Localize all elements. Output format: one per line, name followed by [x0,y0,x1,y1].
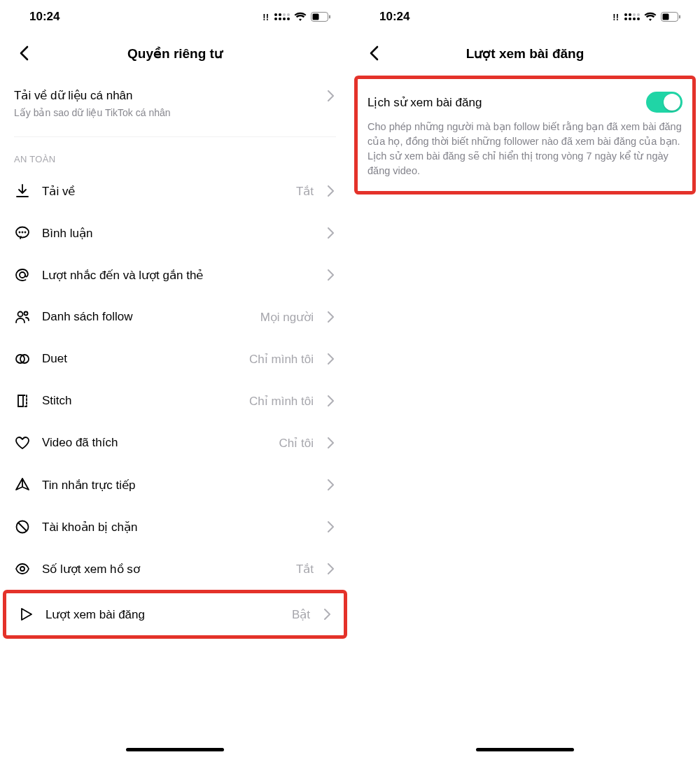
status-time: 10:24 [29,10,59,24]
heart-icon [14,434,31,451]
list-item-profile-views[interactable]: Số lượt xem hồ sơ Tắt [0,548,350,590]
list-item-post-views[interactable]: Lượt xem bài đăng Bật [6,593,344,635]
chevron-right-icon [321,609,332,620]
list-item-value: Chỉ mình tôi [249,394,314,409]
status-bar: 10:24 !! [0,0,350,34]
play-icon [18,606,34,623]
status-time: 10:24 [379,10,410,24]
list-item-label: Tải về [42,184,285,199]
list-item-label: Lượt xem bài đăng [46,607,281,622]
chevron-right-icon [325,437,336,448]
home-indicator [126,748,224,751]
list-item-label: Lượt nhắc đến và lượt gắn thẻ [42,268,302,283]
personal-data-title: Tải về dữ liệu cá nhân [14,88,133,103]
download-icon [14,183,31,199]
cellular-icon [274,13,290,20]
svg-point-5 [22,232,23,233]
list-item-value: Tắt [296,184,314,199]
list-item-label: Tài khoản bị chặn [42,520,302,535]
toggle-label: Lịch sử xem bài đăng [368,95,482,110]
block-icon [14,518,31,535]
chevron-right-icon [325,353,336,365]
list-item-label: Danh sách follow [42,310,249,324]
back-button[interactable] [13,42,35,64]
list-item-label: Số lượt xem hồ sơ [42,562,285,576]
wifi-icon [294,12,307,22]
stitch-icon [14,392,31,409]
list-item-follow-list[interactable]: Danh sách follow Mọi người [0,296,350,338]
list-item-label: Bình luận [42,226,302,241]
back-button[interactable] [363,42,385,64]
highlight-toggle-section: Lịch sử xem bài đăng Cho phép những ngườ… [354,76,696,194]
personal-data-subtitle: Lấy bản sao dữ liệu TikTok cá nhân [14,107,336,118]
status-icons: !! [262,12,330,22]
chevron-right-icon [325,563,336,574]
chevron-right-icon [325,227,336,239]
list-item-download[interactable]: Tải về Tắt [0,170,350,212]
list-item-value: Chỉ mình tôi [249,352,314,367]
section-label-safety: AN TOÀN [0,137,350,170]
page-title: Lượt xem bài đăng [350,45,700,62]
list-item-duet[interactable]: Duet Chỉ mình tôi [0,338,350,380]
follow-icon [14,309,31,325]
list-item-value: Mọi người [260,310,314,325]
list-item-value: Chỉ tôi [279,436,314,451]
eye-icon [14,560,31,577]
list-item-label: Tin nhắn trực tiếp [42,478,302,493]
svg-point-9 [24,312,28,316]
list-item-label: Stitch [42,394,238,408]
svg-point-7 [20,272,25,278]
comment-icon [14,225,31,241]
chevron-right-icon [325,395,336,406]
list-item-value: Tắt [296,562,314,576]
battery-icon [311,12,330,22]
page-title: Quyền riêng tư [0,45,350,62]
signal-alert-icon: !! [262,12,269,22]
status-bar: 10:24 !! [350,0,700,34]
chevron-right-icon [325,521,336,532]
list-item-blocked-accounts[interactable]: Tài khoản bị chặn [0,506,350,548]
chevron-right-icon [325,311,336,323]
list-item-value: Bật [292,607,310,622]
nav-header: Lượt xem bài đăng [350,34,700,73]
phone-right: 10:24 !! Lượt xem bài đăng Lịch sử xem b… [350,0,700,757]
battery-icon [661,12,680,22]
home-indicator [476,748,574,751]
chevron-right-icon [325,90,336,101]
wifi-icon [644,12,657,22]
post-view-history-toggle[interactable] [646,92,682,113]
mention-icon [14,267,31,283]
svg-point-8 [18,312,23,317]
svg-rect-16 [679,15,680,19]
svg-rect-2 [329,15,330,19]
status-icons: !! [612,12,680,22]
list-item-comments[interactable]: Bình luận [0,212,350,254]
personal-data-row[interactable]: Tải về dữ liệu cá nhân Lấy bản sao dữ li… [0,73,350,137]
phone-left: 10:24 !! Quyền riêng tư Tải về dữ liệu c… [0,0,350,757]
list-item-liked-videos[interactable]: Video đã thích Chỉ tôi [0,422,350,464]
list-item-direct-messages[interactable]: Tin nhắn trực tiếp [0,464,350,506]
svg-point-13 [20,567,24,571]
cellular-icon [624,13,640,20]
svg-rect-15 [663,14,669,20]
chevron-right-icon [325,185,336,197]
toggle-knob [664,94,680,111]
list-item-stitch[interactable]: Stitch Chỉ mình tôi [0,380,350,422]
list-item-mentions[interactable]: Lượt nhắc đến và lượt gắn thẻ [0,254,350,296]
svg-rect-1 [313,14,319,20]
chevron-right-icon [325,479,336,490]
svg-point-4 [20,232,20,233]
highlight-post-views: Lượt xem bài đăng Bật [3,590,347,639]
duet-icon [14,351,31,367]
chevron-right-icon [325,269,336,281]
svg-point-6 [25,232,26,233]
nav-header: Quyền riêng tư [0,34,350,73]
list-item-label: Duet [42,352,238,366]
signal-alert-icon: !! [612,12,619,22]
list-item-label: Video đã thích [42,436,268,450]
toggle-description: Cho phép những người mà bạn follow biết … [368,120,682,178]
send-icon [14,476,31,493]
